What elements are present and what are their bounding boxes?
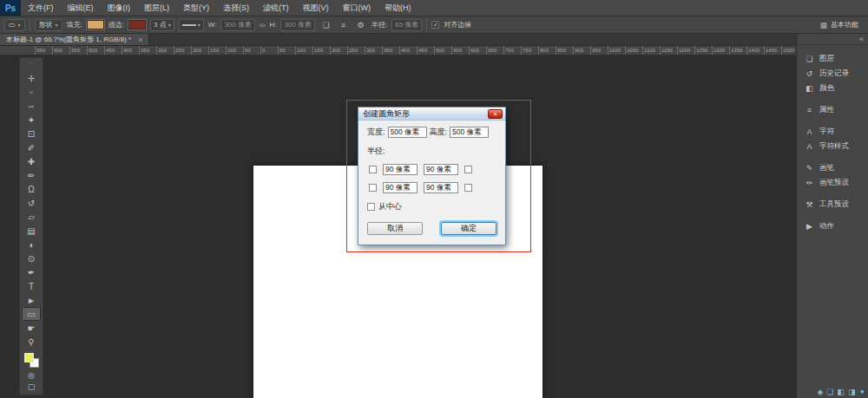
shape-height-value: 300 像素 xyxy=(284,20,312,29)
panel-item-actions[interactable]: ▶ 动作 xyxy=(797,219,868,233)
path-alignment-icon[interactable]: ≡ xyxy=(337,19,350,31)
blur-tool[interactable]: ◗ xyxy=(22,238,41,251)
menu-file[interactable]: 文件(F) xyxy=(21,0,61,16)
link-dimensions-icon[interactable]: ∞ xyxy=(260,21,265,29)
workspace-switcher[interactable]: ▦ 基本功能 xyxy=(819,20,864,29)
type-tool[interactable]: T xyxy=(22,279,41,293)
healing-brush-tool[interactable]: ✚ xyxy=(22,154,41,168)
document-tab[interactable]: 未标题-1 @ 66.7%(圆角矩形 1, RGB/8) * × xyxy=(0,34,149,45)
radius-bottom-right-input[interactable] xyxy=(424,182,458,193)
panel-item-color[interactable]: ◧ 颜色 xyxy=(797,81,868,95)
ok-button[interactable]: 确定 xyxy=(441,222,496,235)
panel-item-brush-presets[interactable]: ✏ 画笔预设 xyxy=(797,175,868,190)
ruler-label: 200 xyxy=(191,46,208,55)
panel-item-label: 图层 xyxy=(819,54,834,64)
menu-image[interactable]: 图像(I) xyxy=(101,0,138,16)
zoom-tool[interactable]: ⚲ xyxy=(22,335,41,349)
ruler-label: 250 xyxy=(174,46,191,55)
ruler-label: 600 xyxy=(469,46,486,55)
link-radius-checkbox[interactable] xyxy=(369,166,377,173)
dock-icon-3[interactable]: ◧ xyxy=(837,388,845,396)
stroke-swatch[interactable] xyxy=(128,20,146,29)
link-radius-checkbox[interactable] xyxy=(464,184,472,192)
panel-item-history[interactable]: ↺ 历史记录 xyxy=(797,66,868,81)
close-button[interactable]: × xyxy=(488,109,503,119)
panel-item-tool-presets[interactable]: ⚒ 工具预设 xyxy=(797,197,868,212)
menu-edit[interactable]: 编辑(E) xyxy=(61,0,101,16)
panel-item-character-styles[interactable]: A 字符样式 xyxy=(797,139,868,153)
menu-help[interactable]: 帮助(H) xyxy=(378,0,418,16)
brush-tool[interactable]: ✏ xyxy=(22,168,41,182)
shape-height-label: H: xyxy=(269,21,276,29)
link-radius-checkbox[interactable] xyxy=(464,166,472,173)
panel-item-label: 动作 xyxy=(819,221,834,232)
ruler-label: 700 xyxy=(503,46,521,55)
ruler-label: 250 xyxy=(347,46,365,55)
fill-swatch[interactable] xyxy=(87,20,104,29)
panel-item-character[interactable]: A 字符 xyxy=(797,124,868,139)
clone-stamp-tool[interactable]: Ω xyxy=(22,182,41,196)
eraser-tool[interactable]: ▱ xyxy=(22,210,41,224)
dock-icon-1[interactable]: ◈ xyxy=(817,388,823,396)
color-icon: ◧ xyxy=(805,84,814,93)
tool-preset-picker[interactable]: ▭ ▾ xyxy=(4,19,25,31)
ruler-label: 1400 xyxy=(746,46,764,55)
tool-mode-select[interactable]: 形状 ▾ xyxy=(35,19,62,31)
dock-status-icons: ◈ ❏ ◧ ◨ ✦ xyxy=(817,388,865,396)
quick-mask-button[interactable]: ◎ xyxy=(22,369,41,381)
collapse-panels-button[interactable]: « xyxy=(797,34,868,45)
dodge-tool[interactable]: ⊙ xyxy=(22,251,41,265)
height-input[interactable] xyxy=(450,127,489,138)
dock-icon-4[interactable]: ◨ xyxy=(848,388,856,396)
menu-select[interactable]: 选择(S) xyxy=(216,0,256,16)
from-center-checkbox[interactable] xyxy=(367,203,375,211)
menu-window[interactable]: 窗口(W) xyxy=(336,0,378,16)
dialog-titlebar[interactable]: 创建圆角矩形 × xyxy=(358,108,505,121)
stroke-style-line-icon xyxy=(182,24,196,26)
menu-view[interactable]: 视图(V) xyxy=(296,0,336,16)
radius-field[interactable]: 65 像素 xyxy=(391,19,422,31)
eyedropper-tool[interactable]: ✐ xyxy=(22,140,41,154)
ruler-label: 350 xyxy=(382,46,399,55)
gear-icon[interactable]: ⚙ xyxy=(354,19,367,31)
shape-height-field[interactable]: 300 像素 xyxy=(280,19,315,31)
panel-item-layers[interactable]: ❏ 图层 xyxy=(797,51,868,66)
hand-tool[interactable]: ☛ xyxy=(22,321,41,335)
radius-top-left-input[interactable] xyxy=(383,164,418,175)
dock-icon-5[interactable]: ✦ xyxy=(858,388,865,396)
panel-item-properties[interactable]: ≡ 属性 xyxy=(797,102,868,117)
width-input[interactable] xyxy=(388,127,427,138)
foreground-color-swatch[interactable] xyxy=(24,353,34,362)
dock-icon-2[interactable]: ❏ xyxy=(826,388,833,396)
shape-width-field[interactable]: 300 像素 xyxy=(220,19,255,31)
radius-top-right-input[interactable] xyxy=(424,164,458,175)
rectangular-marquee-tool[interactable]: ▫ xyxy=(22,85,41,99)
chevron-down-icon: ▾ xyxy=(168,22,171,28)
menu-filter[interactable]: 滤镜(T) xyxy=(256,0,296,16)
rounded-rectangle-tool[interactable]: ▭ xyxy=(22,307,41,321)
panel-item-label: 字符样式 xyxy=(819,141,849,152)
ruler-label: 850 xyxy=(556,46,573,55)
radius-bottom-left-input[interactable] xyxy=(383,182,418,193)
screen-mode-button[interactable]: ▢ xyxy=(22,381,41,392)
panel-item-label: 颜色 xyxy=(819,83,834,94)
crop-tool[interactable]: ⊡ xyxy=(22,127,41,140)
path-operations-icon[interactable]: ❏ xyxy=(319,19,332,31)
close-icon[interactable]: × xyxy=(138,36,142,44)
pen-tool[interactable]: ✒ xyxy=(22,265,41,279)
panel-item-brush[interactable]: ✎ 画笔 xyxy=(797,160,868,175)
path-selection-tool[interactable]: ► xyxy=(22,293,41,307)
move-tool[interactable]: ✛ xyxy=(22,71,41,85)
quick-selection-tool[interactable]: ✦ xyxy=(22,113,41,127)
align-edges-checkbox[interactable]: ✓ xyxy=(431,21,439,29)
cancel-button[interactable]: 取消 xyxy=(367,222,423,235)
menu-layer[interactable]: 图层(L) xyxy=(137,0,176,16)
link-radius-checkbox[interactable] xyxy=(369,184,377,192)
stroke-style-select[interactable]: ▾ xyxy=(179,19,204,31)
gradient-tool[interactable]: ▤ xyxy=(22,224,41,238)
menu-type[interactable]: 类型(Y) xyxy=(176,0,216,16)
stroke-width-field[interactable]: 3 点 ▾ xyxy=(150,19,174,31)
history-brush-tool[interactable]: ↺ xyxy=(22,196,41,210)
tool-presets-icon: ⚒ xyxy=(805,200,814,209)
lasso-tool[interactable]: ∽ xyxy=(22,99,41,113)
